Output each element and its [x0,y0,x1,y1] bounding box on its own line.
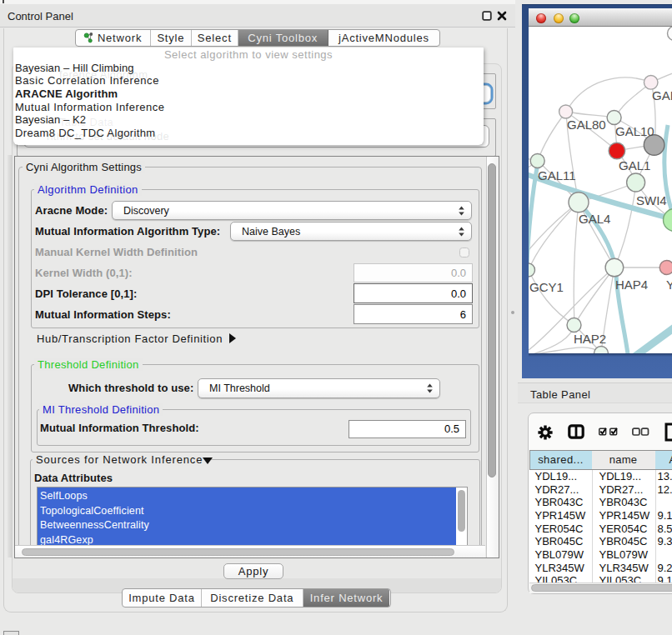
svg-text:HAP2: HAP2 [574,332,606,346]
svg-text:Y: Y [666,278,672,292]
svg-text:GAL10: GAL10 [615,124,654,138]
svg-text:GAL1: GAL1 [619,158,650,172]
svg-text:GCY1: GCY1 [529,280,564,294]
svg-text:GAL4: GAL4 [579,212,610,226]
svg-text:GAL80: GAL80 [567,118,606,132]
svg-text:GAL11: GAL11 [538,168,576,182]
svg-text:SWI4: SWI4 [636,193,667,208]
svg-text:GAL7: GAL7 [652,88,672,102]
svg-text:HAP4: HAP4 [615,278,648,292]
